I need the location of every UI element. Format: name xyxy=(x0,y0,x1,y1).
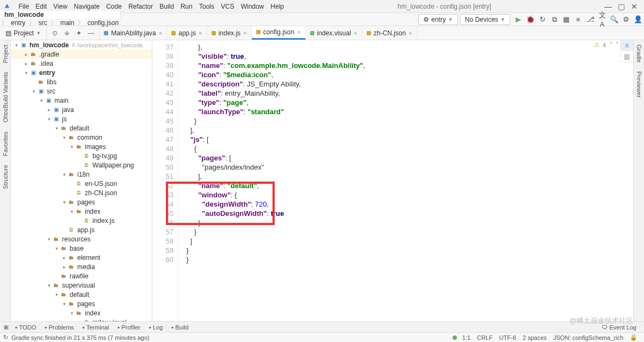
event-log-button[interactable]: 🗨 Event Log xyxy=(597,324,641,331)
breadcrumb-item[interactable]: src xyxy=(36,19,49,27)
editor-tab[interactable]: index.visual× xyxy=(306,26,362,40)
view-list-icon[interactable]: ≡ xyxy=(621,40,633,51)
tree-twisty-icon[interactable]: ▾ xyxy=(69,209,75,214)
code-line[interactable]: "description": JS_Empty Ability, xyxy=(178,79,633,89)
inspect-up-icon[interactable]: ˄ xyxy=(609,41,612,48)
menu-view[interactable]: View xyxy=(50,3,71,10)
bottom-profiler-button[interactable]: ▪Profiler xyxy=(113,324,145,331)
menu-file[interactable]: File xyxy=(15,3,32,10)
tree-row[interactable]: 🗎Wallpaper.png xyxy=(11,160,152,170)
code-line[interactable]: } xyxy=(178,255,633,264)
tree-row[interactable]: 🖿rawfile xyxy=(11,271,152,281)
tree-twisty-icon[interactable]: ▾ xyxy=(53,126,60,131)
tree-row[interactable]: ▾🖿index xyxy=(11,207,152,216)
tree-twisty-icon[interactable]: ▸ xyxy=(23,52,29,57)
menu-navigate[interactable]: Navigate xyxy=(71,3,103,10)
code-area[interactable]: }, "visible": true, "name": "com.example… xyxy=(178,40,633,321)
tree-row[interactable]: ▾▣src xyxy=(11,86,152,96)
breadcrumb-item[interactable]: config.json xyxy=(85,19,121,27)
bottom-log-button[interactable]: ▪Log xyxy=(145,324,167,331)
bottom-terminal-button[interactable]: ▪Terminal xyxy=(78,324,113,331)
code-line[interactable]: "js": [ xyxy=(178,135,633,144)
tree-row[interactable]: ▾🖿i18n xyxy=(11,170,152,179)
tree-root[interactable]: ▾ ▣ hm_lowcode F:\workspace\hm_lowcode xyxy=(11,40,152,49)
tool-stripe-ohosbuild-variants[interactable]: OhosBuild Variants xyxy=(2,69,9,126)
tree-row[interactable]: ▾🖿base xyxy=(11,244,152,253)
code-line[interactable]: { xyxy=(178,144,633,153)
tool-stripe-project[interactable]: Project xyxy=(2,41,9,66)
tree-row[interactable]: 🗎en-US.json xyxy=(11,179,152,188)
tree-twisty-icon[interactable]: ▾ xyxy=(46,237,52,242)
tree-row[interactable]: ▾🖿default xyxy=(11,123,152,133)
tree-row[interactable]: ▾🖿images xyxy=(11,142,152,151)
caret-position[interactable]: 1:1 xyxy=(459,334,474,341)
tree-row[interactable]: ▾🖿index xyxy=(11,308,152,318)
code-line[interactable]: "autoDesignWidth": true xyxy=(178,209,633,218)
code-line[interactable]: } xyxy=(178,246,633,255)
tool-stripe-favorites[interactable]: Favorites xyxy=(2,128,9,159)
menu-help[interactable]: Help xyxy=(267,3,287,10)
hide-icon[interactable]: — xyxy=(86,29,96,37)
code-line[interactable]: "window": { xyxy=(178,190,633,200)
lock-icon[interactable]: 🔒 xyxy=(627,334,641,341)
tree-twisty-icon[interactable]: ▾ xyxy=(61,172,67,177)
menu-window[interactable]: Window xyxy=(238,3,268,10)
breadcrumb-item[interactable]: entry xyxy=(9,19,28,27)
tree-twisty-icon[interactable]: ▸ xyxy=(23,61,29,66)
code-line[interactable]: } xyxy=(178,218,633,227)
select-opened-icon[interactable]: ⊙ xyxy=(50,29,60,37)
tool-stripe-previewer[interactable]: Previewer xyxy=(636,68,642,101)
tree-twisty-icon[interactable]: ▾ xyxy=(46,283,52,288)
close-icon[interactable]: × xyxy=(408,30,412,36)
git-button[interactable]: ⎇ xyxy=(585,15,596,23)
editor-tab[interactable]: zh-CN.json× xyxy=(362,26,417,40)
project-tool-button[interactable]: ▤ Project ▼ xyxy=(0,26,47,40)
tree-twisty-icon[interactable]: ▾ xyxy=(38,98,45,103)
lang-button[interactable]: 文A xyxy=(597,10,608,28)
editor-tab[interactable]: index.js× xyxy=(207,26,252,40)
device-combo[interactable]: No Devices ▼ xyxy=(460,14,510,25)
code-line[interactable]: "launchType": "standard" xyxy=(178,107,633,116)
tree-row[interactable]: ▾🖿default xyxy=(11,290,152,299)
code-line[interactable]: } xyxy=(178,116,633,126)
breadcrumb-item[interactable]: hm_lowcode xyxy=(0,11,121,18)
tree-twisty-icon[interactable]: ▾ xyxy=(69,310,75,316)
menu-vcs[interactable]: VCS xyxy=(218,3,238,10)
tree-twisty-icon[interactable]: ▾ xyxy=(61,135,67,140)
code-line[interactable]: "pages": [ xyxy=(178,153,633,163)
code-line[interactable]: "label": entry_MainAbility, xyxy=(178,89,633,98)
tree-row[interactable]: ▸🖿element xyxy=(11,253,152,262)
settings-button[interactable]: ⚙ xyxy=(621,15,631,23)
maximize-button[interactable]: ▢ xyxy=(615,2,628,11)
inspect-down-icon[interactable]: ˅ xyxy=(616,41,619,48)
search-button[interactable]: 🔍 xyxy=(609,15,620,23)
tree-row[interactable]: ▾🖿resources xyxy=(11,234,152,244)
tool-stripe-structure[interactable]: Structure xyxy=(2,161,9,192)
menu-build[interactable]: Build xyxy=(156,3,177,10)
tree-row[interactable]: 🗎app.js xyxy=(11,225,152,234)
code-line[interactable]: } xyxy=(178,227,633,237)
tree-twisty-icon[interactable]: ▾ xyxy=(23,70,29,76)
close-icon[interactable]: × xyxy=(159,30,162,36)
debug-button[interactable]: 🐞 xyxy=(525,15,536,23)
menu-run[interactable]: Run xyxy=(177,3,196,10)
code-line[interactable]: ], xyxy=(178,172,633,181)
code-line[interactable]: "designWidth": 720, xyxy=(178,200,633,209)
encoding[interactable]: UTF-8 xyxy=(496,334,519,341)
close-button[interactable]: ✕ xyxy=(628,2,641,11)
profile-button[interactable]: ⧉ xyxy=(549,15,560,24)
run-config-combo[interactable]: ⚙ entry ▼ xyxy=(418,14,458,25)
project-tree[interactable]: ▾ ▣ hm_lowcode F:\workspace\hm_lowcode ▸… xyxy=(11,40,152,321)
tree-row[interactable]: ▾▣main xyxy=(11,96,152,105)
attach-button[interactable]: ▦ xyxy=(561,15,572,23)
tree-twisty-icon[interactable]: ▾ xyxy=(53,292,60,297)
tree-row[interactable]: ▸🖿.idea xyxy=(11,59,152,68)
close-icon[interactable]: × xyxy=(243,30,246,36)
line-ending[interactable]: CRLF xyxy=(474,334,496,341)
code-line[interactable]: ], xyxy=(178,126,633,135)
bottom-build-button[interactable]: ▪Build xyxy=(167,324,193,331)
editor-tab[interactable]: app.js× xyxy=(167,26,207,40)
code-line[interactable]: "visible": true, xyxy=(178,52,633,61)
tree-row[interactable]: ▸▣java xyxy=(11,105,152,114)
expand-icon[interactable]: ≑ xyxy=(62,29,72,37)
